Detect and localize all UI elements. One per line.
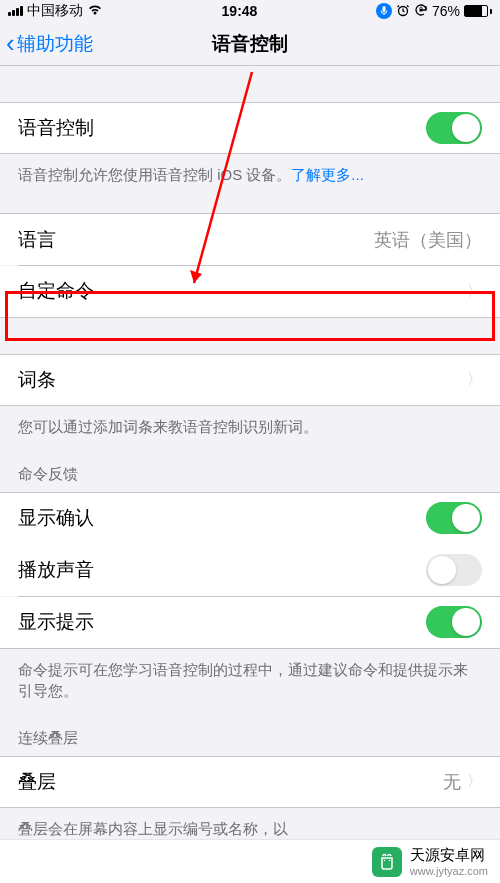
mic-icon <box>376 3 392 19</box>
status-bar: 中国移动 19:48 76% <box>0 0 500 22</box>
orientation-lock-icon <box>414 3 428 20</box>
language-label: 语言 <box>18 227 56 253</box>
voice-control-footer: 语音控制允许您使用语音控制 iOS 设备。了解更多... <box>0 154 500 195</box>
show-hints-row: 显示提示 <box>0 597 500 649</box>
language-row[interactable]: 语言 英语（美国） <box>0 213 500 265</box>
learn-more-link[interactable]: 了解更多... <box>291 166 364 183</box>
back-chevron-icon: ‹ <box>6 28 17 59</box>
show-confirm-toggle[interactable] <box>426 502 482 534</box>
play-sound-toggle[interactable] <box>426 554 482 586</box>
status-time: 19:48 <box>222 3 258 19</box>
vocabulary-label: 词条 <box>18 367 56 393</box>
watermark-url: www.jytyaz.com <box>410 865 488 877</box>
overlay-row[interactable]: 叠层 无 〉 <box>0 756 500 808</box>
page-title: 语音控制 <box>212 31 288 57</box>
wifi-icon <box>87 3 103 19</box>
show-confirm-label: 显示确认 <box>18 505 94 531</box>
feedback-footer: 命令提示可在您学习语音控制的过程中，通过建议命令和提供提示来引导您。 <box>0 649 500 711</box>
chevron-right-icon: 〉 <box>467 370 482 389</box>
voice-control-label: 语音控制 <box>18 115 94 141</box>
voice-control-toggle[interactable] <box>426 112 482 144</box>
svg-rect-2 <box>419 9 422 12</box>
watermark: 天源安卓网 www.jytyaz.com <box>0 839 500 883</box>
svg-point-6 <box>388 859 390 861</box>
watermark-logo-icon <box>372 847 402 877</box>
custom-commands-row[interactable]: 自定命令 〉 <box>0 266 500 318</box>
show-hints-label: 显示提示 <box>18 609 94 635</box>
signal-icon <box>8 6 23 16</box>
nav-bar: ‹ 辅助功能 语音控制 <box>0 22 500 66</box>
chevron-right-icon: 〉 <box>467 282 482 301</box>
chevron-right-icon: 〉 <box>467 772 482 791</box>
language-value: 英语（美国） <box>374 228 482 252</box>
play-sound-row: 播放声音 <box>0 544 500 596</box>
show-hints-toggle[interactable] <box>426 606 482 638</box>
back-button[interactable]: ‹ 辅助功能 <box>0 28 93 59</box>
voice-control-row: 语音控制 <box>0 102 500 154</box>
overlay-label: 叠层 <box>18 769 56 795</box>
svg-rect-0 <box>382 6 385 12</box>
back-label: 辅助功能 <box>17 31 93 57</box>
play-sound-label: 播放声音 <box>18 557 94 583</box>
vocabulary-row[interactable]: 词条 〉 <box>0 354 500 406</box>
svg-point-5 <box>383 859 385 861</box>
carrier-label: 中国移动 <box>27 2 83 20</box>
alarm-icon <box>396 3 410 20</box>
custom-commands-label: 自定命令 <box>18 278 94 304</box>
overlay-value: 无 <box>443 770 461 794</box>
battery-icon <box>464 5 492 17</box>
watermark-name: 天源安卓网 <box>410 846 485 865</box>
vocabulary-footer: 您可以通过添加词条来教语音控制识别新词。 <box>0 406 500 447</box>
battery-percent: 76% <box>432 3 460 19</box>
overlay-header: 连续叠层 <box>0 711 500 756</box>
feedback-header: 命令反馈 <box>0 447 500 492</box>
show-confirm-row: 显示确认 <box>0 492 500 544</box>
